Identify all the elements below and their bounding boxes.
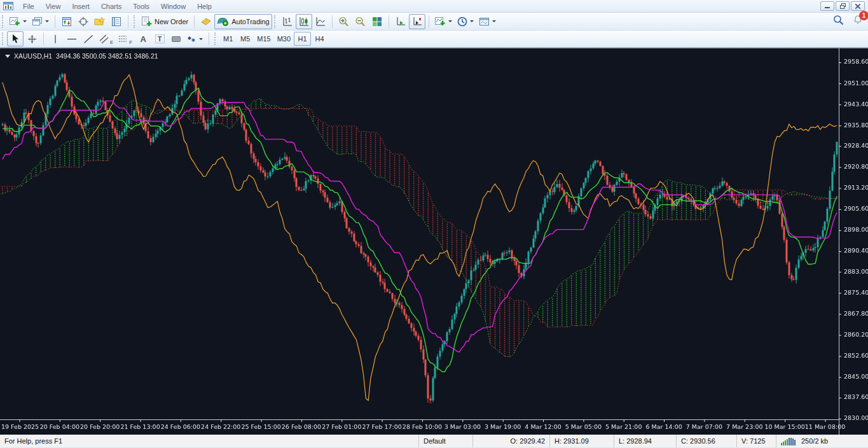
menu-window[interactable]: Window xyxy=(155,1,191,11)
chart-shift-button[interactable] xyxy=(409,14,425,29)
new-order-button[interactable]: New Order xyxy=(139,14,191,29)
data-window-button[interactable] xyxy=(108,14,125,29)
market-watch-button[interactable] xyxy=(59,14,75,29)
crosshair-target-icon xyxy=(78,17,88,27)
profiles-button[interactable] xyxy=(29,14,52,29)
search-icon[interactable] xyxy=(833,15,844,25)
mt4-window: File View Insert Charts Tools Window Hel… xyxy=(0,0,868,448)
notifications-button[interactable]: 1 xyxy=(853,15,863,28)
indicators-button[interactable] xyxy=(432,14,455,29)
line-chart-icon xyxy=(315,17,326,27)
trendline-button[interactable] xyxy=(80,31,97,46)
menu-view[interactable]: View xyxy=(40,1,67,11)
connection-bars-icon xyxy=(781,437,797,445)
candlestick-chart-icon xyxy=(299,17,309,27)
toolbar-separator xyxy=(43,32,44,45)
horizontal-line-icon xyxy=(67,34,77,44)
profiles-icon xyxy=(32,17,43,27)
metaeditor-button[interactable] xyxy=(198,14,214,29)
crosshair-icon xyxy=(27,34,37,44)
text-label-icon: T xyxy=(155,34,165,43)
menu-tools[interactable]: Tools xyxy=(127,1,155,11)
status-bar: For Help, press F1 Default O: 2929.42 H:… xyxy=(0,434,868,447)
line-chart-button[interactable] xyxy=(312,14,329,29)
crosshair-target-button[interactable] xyxy=(75,14,92,29)
fibo-f-glyph: F xyxy=(129,39,132,45)
notification-badge: 1 xyxy=(859,11,868,20)
equidistant-channel-button[interactable]: E xyxy=(97,31,116,46)
templates-icon xyxy=(479,17,490,27)
chevron-down-icon xyxy=(23,20,27,22)
status-connection: 250/2 kb xyxy=(776,435,868,447)
line-studies-toolbar: E F A T M1 M5 M15 M30 H1 xyxy=(0,31,868,48)
toolbar-grip xyxy=(134,15,136,28)
toolbar-grip xyxy=(2,32,4,45)
toolbar-separator xyxy=(128,15,128,28)
toolbar-separator xyxy=(55,15,55,28)
toolbar-separator xyxy=(389,15,389,28)
market-watch-icon xyxy=(62,17,72,27)
fibonacci-button[interactable]: F xyxy=(116,31,135,46)
status-volume: V: 7125 xyxy=(736,435,776,447)
chevron-down-icon xyxy=(199,38,203,40)
chevron-down-icon xyxy=(448,20,452,22)
equidistant-channel-icon xyxy=(99,34,109,44)
autotrading-button[interactable]: AutoTrading xyxy=(214,14,272,29)
menu-charts[interactable]: Charts xyxy=(95,1,127,11)
new-order-label: New Order xyxy=(155,18,188,25)
zoom-out-icon xyxy=(355,17,366,27)
standard-toolbar: New Order AutoTrading xyxy=(0,13,868,31)
timeframe-h1-button[interactable]: H1 xyxy=(294,32,311,46)
arrows-button[interactable] xyxy=(184,31,205,46)
menu-file[interactable]: File xyxy=(17,1,40,11)
menu-help[interactable]: Help xyxy=(191,1,217,11)
rectangle-button[interactable] xyxy=(168,31,184,46)
favorites-button[interactable] xyxy=(92,14,108,29)
fibonacci-icon xyxy=(118,34,128,44)
connection-speed: 250/2 kb xyxy=(801,437,828,445)
timeframe-m15-button[interactable]: M15 xyxy=(254,32,273,46)
auto-scroll-button[interactable] xyxy=(392,14,409,29)
templates-button[interactable] xyxy=(476,14,499,29)
chart-canvas[interactable] xyxy=(0,48,868,435)
cursor-button[interactable] xyxy=(7,31,24,46)
toolbar-grip xyxy=(2,15,4,28)
new-chart-button[interactable] xyxy=(7,14,29,29)
zoom-in-button[interactable] xyxy=(336,14,352,29)
chevron-down-icon xyxy=(45,20,49,22)
status-profile[interactable]: Default xyxy=(418,435,472,447)
chart-shift-icon xyxy=(412,17,422,27)
close-button[interactable] xyxy=(851,1,865,11)
tile-windows-button[interactable] xyxy=(369,14,385,29)
timeframe-m30-button[interactable]: M30 xyxy=(274,32,294,46)
chevron-down-icon xyxy=(492,20,496,22)
vertical-line-button[interactable] xyxy=(47,31,64,46)
chart-area: XAUUSD,H1 3494.36 3500.05 3482.51 3486.2… xyxy=(0,48,868,434)
text-button[interactable]: A xyxy=(135,31,151,46)
status-help-text: For Help, press F1 xyxy=(0,435,418,447)
timeframe-h4-button[interactable]: H4 xyxy=(311,32,328,46)
text-label-button[interactable]: T xyxy=(151,31,168,46)
trendline-icon xyxy=(83,34,93,44)
rectangle-icon xyxy=(171,35,181,43)
indicators-icon xyxy=(435,17,446,27)
chart-title-collapse-icon[interactable] xyxy=(5,55,10,58)
text-a-icon: A xyxy=(141,34,146,44)
status-low: L: 2928.94 xyxy=(614,435,676,447)
toolbar-separator xyxy=(332,15,333,28)
bar-chart-button[interactable] xyxy=(279,14,296,29)
status-open: O: 2929.42 xyxy=(472,435,549,447)
horizontal-line-button[interactable] xyxy=(64,31,80,46)
minimize-button[interactable] xyxy=(820,1,834,11)
menu-bar: File View Insert Charts Tools Window Hel… xyxy=(0,0,868,13)
crosshair-button[interactable] xyxy=(24,31,40,46)
menu-insert[interactable]: Insert xyxy=(66,1,95,11)
restore-button[interactable] xyxy=(836,1,850,11)
zoom-out-button[interactable] xyxy=(352,14,369,29)
chevron-down-icon xyxy=(470,20,474,22)
timeframe-m1-button[interactable]: M1 xyxy=(219,32,237,46)
timeframe-m5-button[interactable]: M5 xyxy=(237,32,254,46)
periods-button[interactable] xyxy=(455,14,476,29)
chart-symbol-period: XAUUSD,H1 xyxy=(14,52,52,60)
candlestick-chart-button[interactable] xyxy=(296,14,312,29)
